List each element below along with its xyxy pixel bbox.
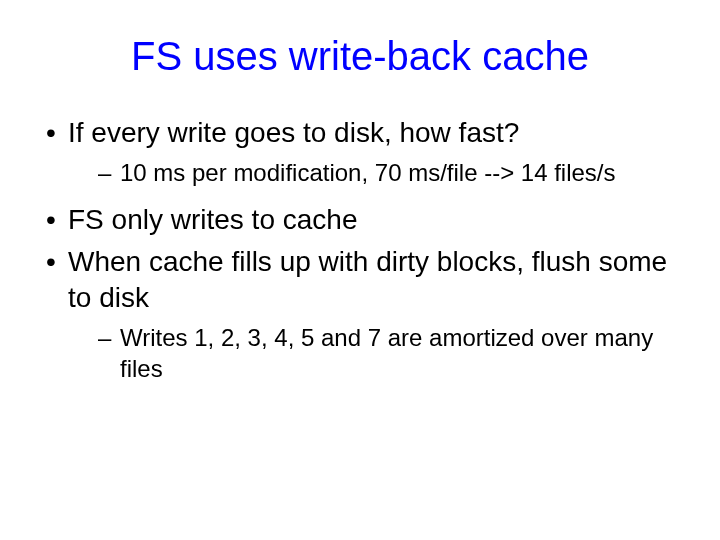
sub-list: Writes 1, 2, 3, 4, 5 and 7 are amortized… — [68, 322, 680, 384]
bullet-text: When cache fills up with dirty blocks, f… — [68, 246, 667, 313]
list-item: If every write goes to disk, how fast? 1… — [40, 115, 680, 188]
slide: FS uses write-back cache If every write … — [0, 0, 720, 540]
sub-bullet-text: 10 ms per modification, 70 ms/file --> 1… — [120, 159, 616, 186]
list-item: When cache fills up with dirty blocks, f… — [40, 244, 680, 384]
slide-title: FS uses write-back cache — [40, 34, 680, 79]
sub-list: 10 ms per modification, 70 ms/file --> 1… — [68, 157, 680, 188]
bullet-list: If every write goes to disk, how fast? 1… — [40, 115, 680, 384]
bullet-text: If every write goes to disk, how fast? — [68, 117, 519, 148]
sub-bullet-text: Writes 1, 2, 3, 4, 5 and 7 are amortized… — [120, 324, 653, 382]
list-item: FS only writes to cache — [40, 202, 680, 238]
bullet-text: FS only writes to cache — [68, 204, 357, 235]
sub-list-item: 10 ms per modification, 70 ms/file --> 1… — [68, 157, 680, 188]
sub-list-item: Writes 1, 2, 3, 4, 5 and 7 are amortized… — [68, 322, 680, 384]
